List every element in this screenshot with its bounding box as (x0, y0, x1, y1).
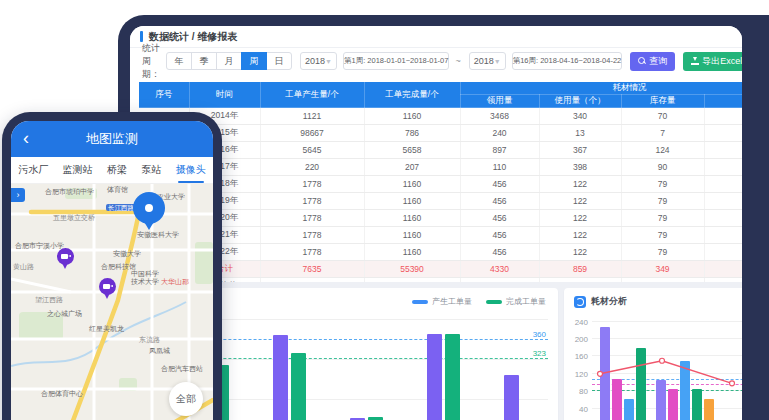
report-table-wrap: 序号时间工单产生量/个工单完成量/个耗材情况领用量使用量（个）库存量金额1201… (139, 82, 742, 295)
back-icon[interactable]: ‹ (23, 127, 29, 149)
column-header: 时间 (189, 82, 260, 108)
legend-item[interactable]: 产生工单量 (412, 296, 472, 307)
table-row: 42017年2202071103989019 (139, 159, 742, 176)
table-cell: 1160 (364, 244, 460, 261)
phone-mockup: ‹ 地图监测 污水厂监测站桥梁泵站摄像头 (2, 112, 222, 420)
start-year-select[interactable]: 2018 ▼ (300, 52, 337, 70)
breadcrumb: 数据统计 / 维修报表 (149, 30, 237, 44)
chevron-down-icon: ▼ (494, 58, 501, 65)
table-cell: 124 (621, 142, 704, 159)
map-label: 安徽医科大学 (137, 231, 179, 239)
period-label: 统计周期： (142, 42, 160, 81)
start-week-input[interactable]: 第1周: 2018-01-01~2018-01-07 (343, 52, 449, 70)
map-expand-button[interactable]: › (11, 188, 25, 202)
map-label: 合肥汽车西站 (161, 365, 203, 373)
period-option-周[interactable]: 周 (241, 52, 267, 70)
table-cell: 367 (539, 142, 621, 159)
table-cell: 398 (539, 159, 621, 176)
period-option-月[interactable]: 月 (216, 52, 242, 70)
download-icon (691, 57, 699, 66)
table-cell: 456 (460, 227, 539, 244)
pin-dot (145, 204, 153, 212)
consumables-chart-title: 耗材分析 (591, 295, 627, 308)
phone-header: ‹ 地图监测 (11, 121, 213, 157)
filter-bar: 统计周期： 年季月周日 2018 ▼ 第1周: 2018-01-01~2018-… (130, 48, 742, 74)
end-week-input[interactable]: 第16周: 2018-04-16~2018-04-22 (512, 52, 623, 70)
camera-marker[interactable] (99, 278, 116, 300)
breadcrumb-bar: 数据统计 / 维修报表 (130, 26, 742, 48)
table-cell: 79 (621, 176, 704, 193)
table-cell: 1778 (260, 176, 364, 193)
bar-产生工单量 (504, 375, 519, 420)
y-axis-tick: 200 (568, 335, 588, 344)
camera-marker[interactable] (57, 248, 74, 270)
camera-marker-tip (104, 293, 110, 299)
table-cell: 122 (539, 210, 621, 227)
table-cell: 79 (621, 244, 704, 261)
query-button[interactable]: 查询 (630, 52, 675, 71)
table-row: 合计763555390433085934933 (139, 261, 742, 278)
table-cell: 33 (704, 261, 742, 278)
table-cell: 250 (704, 108, 742, 125)
table-cell: 7 (621, 125, 704, 142)
table-cell: 79 (621, 227, 704, 244)
table-cell: 220 (260, 159, 364, 176)
camera-icon (61, 254, 68, 259)
map-label: 凤凰城 (149, 347, 170, 355)
phone-tab-污水厂[interactable]: 污水厂 (18, 157, 48, 183)
table-cell: 1160 (364, 176, 460, 193)
table-cell: 67 (704, 227, 742, 244)
table-cell: 67 (704, 193, 742, 210)
average-line-label: 360 (533, 330, 546, 339)
table-cell: 129 (704, 142, 742, 159)
map-label: 体育馆 (107, 186, 128, 194)
camera-marker-tip (62, 263, 68, 269)
sub-column-header: 金额 (704, 95, 742, 108)
map-label: 长江西路 (106, 204, 136, 211)
table-row: 72020年177811604561227967 (139, 210, 742, 227)
y-axis-tick: 160 (568, 352, 588, 361)
table-cell: 1160 (364, 108, 460, 125)
period-option-季[interactable]: 季 (191, 52, 217, 70)
end-year-select[interactable]: 2018 ▼ (469, 52, 506, 70)
phone-tab-桥梁[interactable]: 桥梁 (107, 157, 127, 183)
range-separator: ~ (455, 56, 460, 66)
table-cell: 1778 (260, 244, 364, 261)
table-cell: 690 (704, 125, 742, 142)
map-label: 中国科学 技术大学 (131, 270, 159, 286)
map-view[interactable]: › 合肥市琥珀中学体育馆安徽农业大学长江西路五里墩立交桥安徽医科大学合肥市宁溪小… (11, 184, 213, 420)
export-button-label: 导出Excel (702, 55, 742, 68)
table-cell: 456 (460, 210, 539, 227)
accent-bar (140, 31, 143, 42)
bar-完成工单量 (368, 417, 383, 420)
query-button-label: 查询 (649, 55, 667, 68)
phone-tab-bar: 污水厂监测站桥梁泵站摄像头 (11, 157, 213, 184)
y-axis-tick: 40 (568, 405, 588, 414)
table-cell: 207 (364, 159, 460, 176)
table-cell: 98667 (260, 125, 364, 142)
show-all-button[interactable]: 全部 (169, 382, 203, 416)
trend-line-layer (592, 312, 742, 420)
phone-tab-泵站[interactable]: 泵站 (141, 157, 161, 183)
map-label: 安徽大学 (113, 250, 141, 258)
pin-tip (143, 220, 155, 230)
table-cell: 1160 (364, 193, 460, 210)
phone-tab-摄像头[interactable]: 摄像头 (176, 157, 206, 183)
bar-完成工单量 (291, 353, 306, 420)
period-option-日[interactable]: 日 (266, 52, 292, 70)
legend-item[interactable]: 完成工单量 (486, 296, 546, 307)
selected-location-pin[interactable] (133, 192, 165, 232)
table-cell: 456 (460, 176, 539, 193)
table-cell: 1160 (364, 227, 460, 244)
phone-page-title: 地图监测 (86, 130, 138, 148)
column-header: 工单产生量/个 (260, 82, 364, 108)
table-cell: 7635 (260, 261, 364, 278)
sub-column-header: 库存量 (621, 95, 704, 108)
table-cell: 70 (621, 108, 704, 125)
table-cell: 67 (704, 176, 742, 193)
phone-tab-监测站[interactable]: 监测站 (63, 157, 93, 183)
period-option-年[interactable]: 年 (166, 52, 192, 70)
end-year-value: 2018 (474, 56, 494, 66)
export-excel-button[interactable]: 导出Excel (683, 52, 742, 71)
phone-screen: ‹ 地图监测 污水厂监测站桥梁泵站摄像头 (11, 121, 213, 420)
